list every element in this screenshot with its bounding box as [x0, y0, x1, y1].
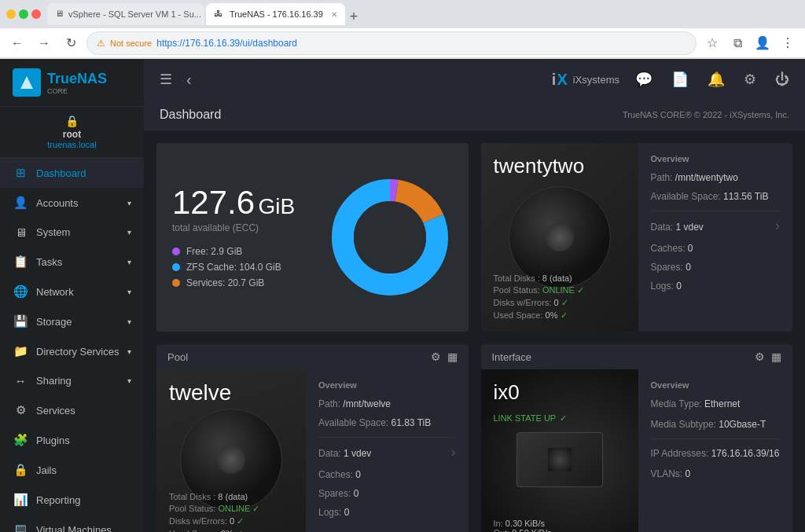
sidebar-label-directory-services: Directory Services	[36, 346, 119, 358]
sidebar-item-sharing[interactable]: ↔ Sharing ▾	[0, 366, 144, 395]
new-tab-button[interactable]: +	[347, 9, 362, 25]
system-icon: 🖥	[13, 226, 28, 239]
interface-details: Overview Media Type: Ethernet Media Subt…	[638, 369, 793, 532]
legend-free: Free: 2.9 GiB	[172, 246, 311, 257]
vlans-val: 0	[686, 468, 691, 479]
sidebar-item-storage[interactable]: 💾 Storage ▾	[0, 306, 144, 336]
profile-button[interactable]: 👤	[752, 32, 774, 54]
vlans-key: VLANs:	[651, 468, 686, 479]
pool-twentytwo-errors: 0	[554, 298, 559, 307]
errors-check-icon: ✓	[561, 298, 568, 307]
sidebar-item-network[interactable]: 🌐 Network ▾	[0, 277, 144, 306]
twelve-status-row: Pool Status: ONLINE ✓	[169, 504, 259, 514]
security-warning-icon: ⚠	[97, 38, 105, 49]
media-subtype-row: Media Subtype: 10Gbase-T	[651, 416, 781, 431]
twelve-data-chevron-right-icon[interactable]: ›	[451, 444, 456, 460]
settings-button[interactable]: ⚙	[741, 68, 759, 91]
ix-brand-icon: iX	[552, 71, 568, 89]
memory-donut-chart	[327, 174, 453, 300]
sidebar-label-sharing: Sharing	[36, 375, 72, 387]
twelve-avail-row: Available Space: 61.83 TiB	[318, 415, 456, 429]
pool-twelve-chart-button[interactable]: ▦	[447, 350, 458, 363]
tab-label-truenas: TrueNAS - 176.16.16.39	[230, 9, 323, 19]
sidebar-item-tasks[interactable]: 📋 Tasks ▾	[0, 247, 144, 277]
minimize-button[interactable]	[6, 9, 16, 19]
close-button[interactable]	[31, 9, 41, 19]
pool-twentytwo-path: /mnt/twentytwo	[675, 172, 738, 183]
interface-header: Interface ⚙ ▦	[481, 344, 793, 369]
pool-twentytwo-caches: 0	[688, 243, 693, 254]
interface-settings-button[interactable]: ⚙	[755, 350, 765, 363]
sidebar-item-services[interactable]: ⚙ Services	[0, 395, 144, 425]
sidebar-item-virtual-machines[interactable]: 💻 Virtual Machines	[0, 515, 144, 532]
sidebar-nav: ⊞ Dashboard 👤 Accounts ▾ 🖥 System ▾ 📋 Ta…	[0, 158, 144, 532]
pool-twentytwo-status-row: Pool Status: ONLINE ✓	[494, 285, 584, 295]
pool-twentytwo-inner: twentytwo Total Disks : 8 (data) Pool St…	[481, 143, 793, 332]
twelve-path-val: /mnt/twelve	[343, 398, 391, 409]
interface-chart-button[interactable]: ▦	[771, 350, 781, 363]
interface-header-title: Interface	[492, 351, 532, 363]
pool-twentytwo-total-disks: 8 (data)	[542, 273, 572, 283]
sidebar-item-plugins[interactable]: 🧩 Plugins	[0, 425, 144, 455]
spares-row: Spares: 0	[651, 259, 781, 273]
address-bar[interactable]: ⚠ Not secure https://176.16.16.39/ui/das…	[86, 31, 697, 55]
iface-chip-visual	[516, 432, 603, 487]
sidebar: TrueNAS CORE 🔒 root truenas.local ⊞ Dash…	[0, 59, 144, 532]
system-arrow-icon: ▾	[127, 228, 131, 237]
pool-twentytwo-total-disks-row: Total Disks : 8 (data)	[494, 273, 584, 283]
tab-vsphere[interactable]: 🖥 vSphere - SQL Server VM 1 - Su... ✕	[47, 3, 204, 25]
hamburger-menu-button[interactable]: ☰	[156, 68, 175, 91]
sidebar-item-directory-services[interactable]: 📁 Directory Services ▾	[0, 336, 144, 366]
sidebar-collapse-button[interactable]: ‹	[183, 68, 195, 92]
pool-twelve-settings-button[interactable]: ⚙	[431, 350, 441, 363]
sidebar-label-accounts: Accounts	[36, 197, 78, 209]
power-button[interactable]: ⏻	[772, 68, 792, 91]
sidebar-item-system[interactable]: 🖥 System ▾	[0, 218, 144, 247]
bottom-widgets-row: Pool ⚙ ▦	[144, 332, 805, 532]
more-button[interactable]: ⋮	[777, 32, 799, 54]
legend-services-label: Services: 20.7 GiB	[186, 277, 264, 288]
iface-in-speed: 0.30 KiB/s	[505, 519, 545, 528]
twelve-spares-key: Spares:	[318, 488, 354, 499]
twelve-used-check-icon: ✓	[236, 529, 243, 532]
sidebar-item-reporting[interactable]: 📊 Reporting	[0, 485, 144, 515]
iface-speeds: In: 0.30 KiB/s Out: 0.50 KiB/s	[494, 519, 552, 532]
sidebar-item-accounts[interactable]: 👤 Accounts ▾	[0, 188, 144, 218]
browser-toolbar-actions: ☆ ⧉ 👤 ⋮	[701, 32, 799, 54]
label: Pool Status:	[494, 285, 542, 295]
alerts-button[interactable]: 🔔	[704, 68, 728, 91]
twelve-errors-check-icon: ✓	[237, 516, 244, 526]
refresh-button[interactable]: ↻	[60, 32, 82, 54]
data-chevron-right-icon[interactable]: ›	[775, 218, 780, 234]
bookmark-button[interactable]: ☆	[701, 32, 723, 54]
legend-services: Services: 20.7 GiB	[172, 277, 311, 288]
twelve-total-disks: 8 (data)	[218, 492, 248, 501]
services-icon: ⚙	[13, 403, 28, 417]
tab-search-button[interactable]: ⧉	[726, 32, 748, 54]
logo-truenas: TrueNAS	[47, 71, 107, 87]
sidebar-label-services: Services	[36, 405, 75, 416]
vlans-row: VLANs: 0	[651, 466, 781, 480]
maximize-button[interactable]	[19, 9, 28, 19]
pool-twentytwo-data: 1 vdev	[676, 222, 704, 233]
twelve-logs-val: 0	[344, 507, 350, 518]
logs-row: Logs: 0	[651, 278, 781, 292]
docs-button[interactable]: 📄	[668, 68, 692, 91]
accounts-arrow-icon: ▾	[127, 199, 131, 207]
vdev-section: Data: 1 vdev › Caches: 0	[651, 211, 781, 292]
status-check-icon: ✓	[577, 285, 584, 295]
spares-key: Spares:	[651, 262, 686, 273]
sidebar-item-jails[interactable]: 🔒 Jails	[0, 455, 144, 485]
tab-close-truenas[interactable]: ✕	[331, 10, 337, 19]
feedback-button[interactable]: 💬	[632, 68, 656, 91]
sidebar-item-dashboard[interactable]: ⊞ Dashboard	[0, 158, 144, 188]
ip-val: 176.16.16.39/16	[711, 448, 780, 459]
tab-truenas[interactable]: 🖧 TrueNAS - 176.16.16.39 ✕	[206, 3, 345, 25]
tasks-arrow-icon: ▾	[127, 258, 131, 266]
sidebar-label-reporting: Reporting	[36, 494, 80, 506]
back-button[interactable]: ←	[6, 32, 28, 54]
logs-key: Logs:	[651, 281, 677, 292]
forward-button[interactable]: →	[33, 32, 55, 54]
twelve-logs-row: Logs: 0	[318, 504, 456, 519]
legend-services-dot	[172, 279, 180, 287]
